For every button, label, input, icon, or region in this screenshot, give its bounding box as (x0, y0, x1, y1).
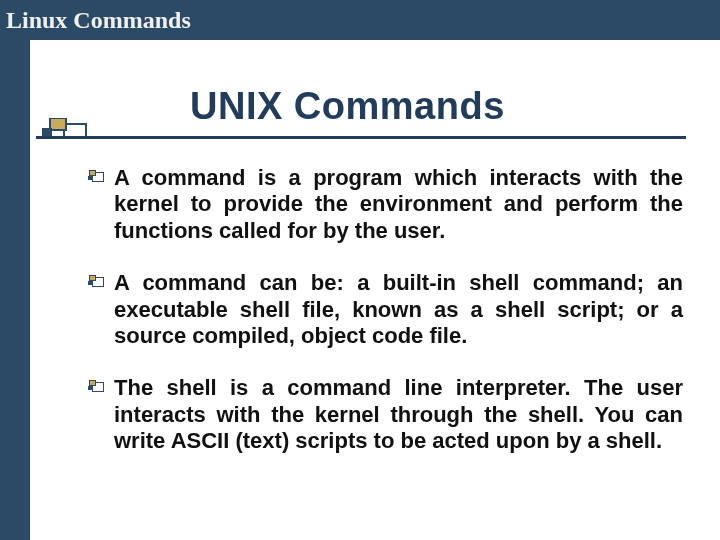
left-accent-band (0, 0, 30, 540)
header-title: Linux Commands (6, 7, 191, 34)
bullet-icon (88, 380, 106, 394)
slide-title: UNIX Commands (190, 85, 505, 128)
bullet-text: A command is a program which interacts w… (114, 165, 683, 244)
list-item: A command is a program which interacts w… (88, 165, 683, 244)
list-item: A command can be: a built-in shell comma… (88, 270, 683, 349)
bullet-list: A command is a program which interacts w… (88, 165, 683, 481)
svg-rect-1 (50, 118, 66, 130)
header-bar: Linux Commands (0, 0, 720, 40)
bullet-icon (88, 275, 106, 289)
decor-squares-icon (42, 118, 90, 148)
list-item: The shell is a command line interpreter.… (88, 375, 683, 454)
bullet-text: A command can be: a built-in shell comma… (114, 270, 683, 349)
bullet-icon (88, 170, 106, 184)
bullet-text: The shell is a command line interpreter.… (114, 375, 683, 454)
title-underline (36, 136, 686, 139)
